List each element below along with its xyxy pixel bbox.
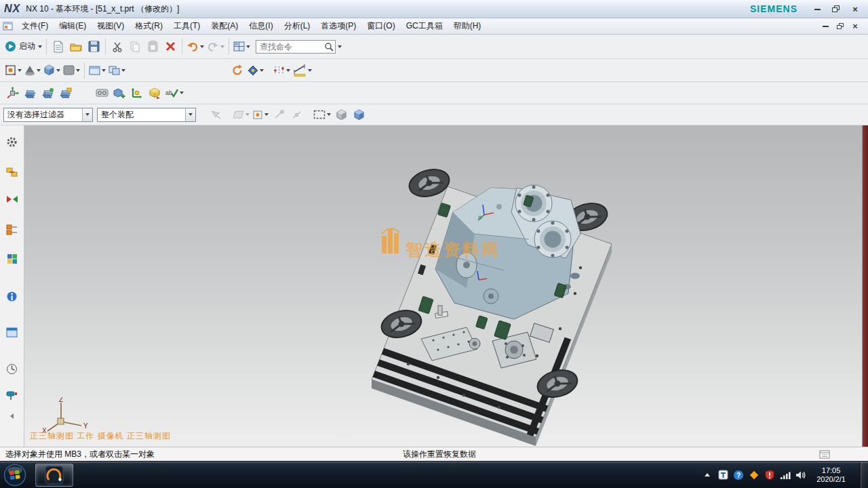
save-button[interactable] xyxy=(85,38,102,56)
delete-button[interactable] xyxy=(161,38,179,56)
show-desktop-button[interactable] xyxy=(860,462,868,488)
menu-edit[interactable]: 编辑(E) xyxy=(54,18,92,34)
snap-point-toggle-button[interactable] xyxy=(251,106,270,123)
cut-button[interactable] xyxy=(108,38,126,56)
collapse-resource-bar-button[interactable] xyxy=(5,410,19,422)
constraint-navigator-button[interactable] xyxy=(5,193,19,205)
paste-button[interactable] xyxy=(144,38,161,56)
caret-down-icon xyxy=(76,69,80,72)
gear-icon xyxy=(6,136,18,148)
snap-midpoint-button[interactable] xyxy=(288,106,305,123)
search-options-button[interactable] xyxy=(336,39,343,55)
system-materials-button[interactable] xyxy=(5,390,19,402)
window-panel-button[interactable] xyxy=(5,326,19,338)
wave-geometry-button[interactable] xyxy=(146,84,163,102)
snap-point-button[interactable] xyxy=(246,62,265,79)
copy-button[interactable] xyxy=(126,38,144,56)
history-button[interactable] xyxy=(5,363,19,375)
start-menu-button[interactable]: 启动 xyxy=(3,38,43,56)
menu-window[interactable]: 窗口(O) xyxy=(361,18,400,34)
snap-plane-button[interactable] xyxy=(231,106,251,123)
rendering-style-button[interactable] xyxy=(23,62,42,79)
window-layout-button[interactable] xyxy=(232,38,252,56)
paste-icon xyxy=(148,41,158,52)
selection-filter-combo[interactable]: 没有选择过滤器 xyxy=(3,108,93,122)
minimize-button[interactable] xyxy=(808,3,826,15)
undo-button[interactable] xyxy=(185,38,205,56)
security-alert-icon[interactable] xyxy=(764,470,775,481)
window-icon xyxy=(89,66,100,75)
menu-file[interactable]: 文件(F) xyxy=(16,18,54,34)
doc-restore-button[interactable] xyxy=(833,21,848,32)
taskbar-nx-button[interactable] xyxy=(35,464,73,487)
web-browser-button[interactable] xyxy=(5,290,19,302)
menu-format[interactable]: 格式(R) xyxy=(130,18,168,34)
menu-preferences[interactable]: 首选项(P) xyxy=(315,18,361,34)
menu-analysis[interactable]: 分析(L) xyxy=(279,18,316,34)
restore-button[interactable] xyxy=(827,3,845,15)
status-prompt: 选择对象并使用 MB3，或者双击某一对象 xyxy=(5,447,155,461)
measure-button[interactable] xyxy=(292,62,313,79)
assembly-constraints-button[interactable] xyxy=(128,84,146,102)
doc-minimize-button[interactable] xyxy=(818,21,833,32)
open-folder-icon xyxy=(70,41,83,52)
tape-button[interactable] xyxy=(93,84,111,102)
menu-tools[interactable]: 工具(T) xyxy=(168,18,205,34)
window-tile-button[interactable] xyxy=(107,62,127,79)
combo-dropdown-button[interactable] xyxy=(185,108,195,121)
close-button[interactable]: × xyxy=(846,3,864,15)
network-icon[interactable] xyxy=(780,470,791,481)
menu-view[interactable]: 视图(V) xyxy=(92,18,130,34)
shaded-solid-button[interactable] xyxy=(350,106,368,123)
constraint-snap-button[interactable] xyxy=(272,62,292,79)
menu-help[interactable]: 帮助(H) xyxy=(448,18,487,34)
system-tray: ? 17:05 2020/2/1 xyxy=(702,462,868,488)
taskbar-clock[interactable]: 17:05 2020/2/1 xyxy=(811,466,851,484)
doc-restore-icon xyxy=(837,23,844,30)
triad-y-label: Y xyxy=(83,422,88,430)
copy-icon xyxy=(130,41,140,52)
redo-button[interactable] xyxy=(205,38,226,56)
rotate-view-button[interactable] xyxy=(229,62,246,79)
move-component-button[interactable] xyxy=(3,84,21,102)
start-button[interactable] xyxy=(1,462,28,488)
roles-gear-button[interactable] xyxy=(5,136,19,148)
snap-grid-icon xyxy=(252,110,263,120)
caret-down-icon xyxy=(308,69,312,72)
selection-filter-value: 没有选择过滤器 xyxy=(4,109,82,121)
window-cascade-button[interactable] xyxy=(87,62,107,79)
new-file-button[interactable] xyxy=(50,38,67,56)
open-file-button[interactable] xyxy=(67,38,85,56)
add-component-icon xyxy=(113,87,125,99)
background-color-button[interactable] xyxy=(62,62,81,79)
rectangle-select-button[interactable] xyxy=(312,106,332,123)
combo-dropdown-button[interactable] xyxy=(82,108,92,121)
menu-assemblies[interactable]: 装配(A) xyxy=(205,18,243,34)
layer-settings-button[interactable] xyxy=(21,84,39,102)
snap-endpoint-button[interactable] xyxy=(270,106,288,123)
assembly-navigator-button[interactable] xyxy=(5,166,19,178)
check-mate-button[interactable]: ab xyxy=(163,84,185,102)
layer-visible-button[interactable] xyxy=(39,84,56,102)
orient-view-button[interactable] xyxy=(3,62,23,79)
highlight-solid-button[interactable] xyxy=(332,106,350,123)
menu-information[interactable]: 信息(I) xyxy=(243,18,278,34)
volume-icon[interactable] xyxy=(795,470,806,481)
add-component-button[interactable] xyxy=(111,84,128,102)
tray-expand-button[interactable] xyxy=(702,470,713,481)
caret-down-icon xyxy=(246,45,250,48)
ime-indicator-icon[interactable] xyxy=(717,470,728,481)
update-icon[interactable] xyxy=(749,470,760,481)
view-cube-button[interactable] xyxy=(42,62,62,79)
help-center-icon[interactable]: ? xyxy=(733,470,744,481)
layer-category-button[interactable] xyxy=(56,84,74,102)
selection-scope-combo[interactable]: 整个装配 xyxy=(97,108,196,122)
part-navigator-button[interactable] xyxy=(5,224,19,236)
doc-close-button[interactable]: × xyxy=(848,21,863,32)
reuse-library-button[interactable] xyxy=(5,253,19,265)
graphics-window[interactable]: 智造资料网 Z X Y 正三轴测图 工作 摄像机 正三轴测图 xyxy=(24,125,862,447)
nx-logo: NX xyxy=(4,3,20,15)
select-from-list-button[interactable] xyxy=(207,106,224,123)
menu-gc-toolbox[interactable]: GC工具箱 xyxy=(401,18,448,34)
model-canvas[interactable]: 智造资料网 xyxy=(24,125,862,447)
